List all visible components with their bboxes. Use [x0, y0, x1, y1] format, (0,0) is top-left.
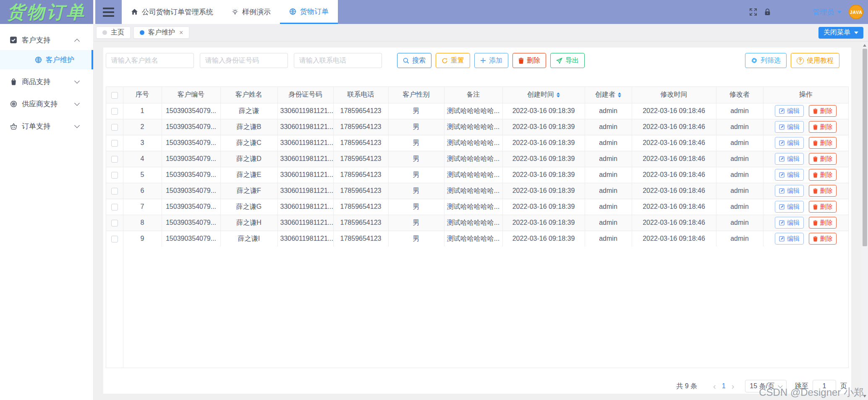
row-delete-button[interactable]: 删除: [809, 201, 837, 213]
vertical-scrollbar[interactable]: [862, 42, 868, 400]
close-icon[interactable]: ×: [179, 29, 183, 36]
cell-gender: 男: [388, 135, 444, 151]
row-delete-button[interactable]: 删除: [809, 153, 837, 165]
cell-updater: admin: [716, 231, 763, 247]
cell-actions: 编辑 删除: [763, 119, 848, 135]
col-header-remark: 备注: [444, 87, 502, 103]
row-checkbox[interactable]: [111, 220, 118, 226]
edit-button[interactable]: 编辑: [775, 137, 804, 149]
close-menu-button[interactable]: 关闭菜单: [818, 27, 863, 39]
row-checkbox[interactable]: [111, 188, 118, 195]
cell-customer-id: 150390354079...: [162, 119, 220, 135]
delete-button[interactable]: 删除: [512, 53, 546, 68]
col-header-name: 客户姓名: [220, 87, 277, 103]
row-checkbox-cell: [106, 215, 123, 231]
hamburger-button[interactable]: [95, 0, 122, 24]
cell-creator: admin: [585, 231, 632, 247]
row-delete-button[interactable]: 删除: [809, 217, 837, 229]
row-delete-button[interactable]: 删除: [809, 121, 837, 133]
table-row: 2 150390354079... 薛之谦B 3306011981121... …: [106, 119, 848, 135]
chevron-up-icon: [74, 39, 80, 44]
trash-icon: [813, 204, 818, 210]
column-filter-button[interactable]: 列筛选: [745, 53, 787, 68]
sidebar-item-goods-support[interactable]: 商品支持: [0, 71, 93, 92]
sidebar-item-supplier-support[interactable]: 供应商支持: [0, 94, 93, 114]
edit-button[interactable]: 编辑: [775, 169, 804, 181]
next-page-button[interactable]: ›: [732, 382, 735, 390]
sidebar-item-label: 供应商支持: [22, 99, 58, 109]
row-checkbox[interactable]: [111, 172, 118, 179]
select-all-checkbox[interactable]: [111, 92, 118, 99]
cell-created-at: 2022-03-16 09:18:39: [502, 183, 585, 199]
table-row: 9 150390354079... 薛之谦I 3306011981121... …: [106, 231, 848, 247]
fullscreen-icon[interactable]: [749, 8, 757, 16]
sidebar-item-customer-maintain[interactable]: 客户维护: [0, 50, 93, 69]
row-checkbox[interactable]: [111, 204, 118, 211]
edit-icon: [779, 108, 785, 114]
row-delete-button[interactable]: 删除: [809, 185, 837, 197]
row-checkbox-cell: [106, 103, 123, 119]
sidebar-item-customer-support[interactable]: 客户支持: [0, 30, 93, 50]
cell-updater: admin: [716, 135, 763, 151]
row-checkbox[interactable]: [111, 236, 118, 242]
tutorial-button[interactable]: ? 使用教程: [791, 53, 839, 68]
user-menu[interactable]: 管理员: [813, 7, 842, 17]
row-delete-button[interactable]: 删除: [809, 105, 837, 117]
id-card-input[interactable]: [200, 53, 288, 68]
row-delete-button[interactable]: 删除: [809, 169, 837, 181]
row-checkbox[interactable]: [111, 140, 118, 147]
trash-icon: [813, 172, 818, 178]
cell-customer-id: 150390354079...: [162, 231, 220, 247]
row-delete-button[interactable]: 删除: [809, 233, 837, 245]
edit-button[interactable]: 编辑: [775, 233, 804, 245]
cell-updater: admin: [716, 183, 763, 199]
tab-customer-maintain[interactable]: 客户维护 ×: [133, 26, 189, 39]
col-header-creator[interactable]: 创建者: [585, 87, 632, 103]
cell-actions: 编辑 删除: [763, 135, 848, 151]
caret-down-icon: [854, 32, 858, 34]
export-button[interactable]: 导出: [550, 53, 585, 68]
avatar[interactable]: JAVA: [849, 5, 863, 19]
prev-page-button[interactable]: ‹: [713, 382, 716, 390]
sort-icon[interactable]: [618, 92, 621, 97]
nav-item-cargo-orders[interactable]: 货物订单: [280, 0, 338, 24]
col-header-created-at[interactable]: 创建时间: [502, 87, 585, 103]
tab-home[interactable]: 主页: [96, 26, 131, 39]
row-checkbox-cell: [106, 199, 123, 215]
cell-creator: admin: [585, 151, 632, 167]
row-checkbox[interactable]: [111, 124, 118, 131]
col-header-id-card: 身份证号码: [277, 87, 333, 103]
edit-button[interactable]: 编辑: [775, 201, 804, 213]
edit-button[interactable]: 编辑: [775, 185, 804, 197]
scroll-up-arrow-icon[interactable]: [863, 44, 866, 47]
pagination: 共 9 条 ‹ 1 › 15 条/页 跳至 页: [106, 379, 849, 393]
cell-phone: 17859654123: [333, 167, 388, 183]
nav-item-system[interactable]: 公司货物订单管理系统: [122, 0, 222, 24]
edit-button[interactable]: 编辑: [775, 121, 804, 133]
reset-button[interactable]: 重置: [436, 53, 470, 68]
row-checkbox[interactable]: [111, 156, 118, 163]
row-delete-button[interactable]: 删除: [809, 137, 837, 149]
edit-button[interactable]: 编辑: [775, 153, 804, 165]
col-header-gender: 客户性别: [388, 87, 444, 103]
cell-remark: 测试哈哈哈哈哈...: [444, 135, 502, 151]
gear-icon: [751, 57, 758, 64]
chevron-down-icon: [74, 123, 80, 128]
phone-input[interactable]: [294, 53, 382, 68]
edit-button[interactable]: 编辑: [775, 105, 804, 117]
lock-icon[interactable]: [764, 8, 771, 16]
sidebar-subitem-label: 客户维护: [46, 55, 74, 65]
close-menu-label: 关闭菜单: [824, 28, 850, 37]
row-checkbox[interactable]: [111, 108, 118, 115]
sidebar-menu: 客户支持 客户维护 商品支持 供应商支持 订单: [0, 24, 93, 136]
scrollbar-thumb[interactable]: [863, 49, 867, 246]
sort-icon[interactable]: [557, 92, 560, 97]
sidebar-item-order-support[interactable]: 订单支持: [0, 116, 93, 136]
page-number[interactable]: 1: [722, 382, 726, 390]
search-button[interactable]: 搜索: [397, 53, 431, 68]
edit-button[interactable]: 编辑: [775, 217, 804, 229]
add-button[interactable]: 添加: [474, 53, 508, 68]
nav-item-demo[interactable]: 样例演示: [222, 0, 280, 24]
customer-name-input[interactable]: [106, 53, 194, 68]
cell-updated-at: 2022-03-16 09:18:46: [632, 215, 716, 231]
